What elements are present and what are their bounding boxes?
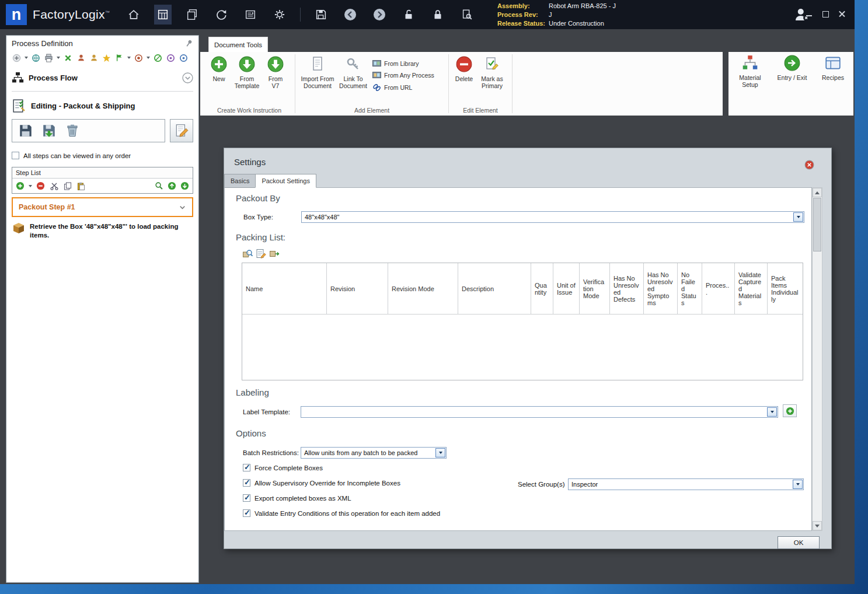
person-tan-icon[interactable] [89,53,99,63]
maximize-button[interactable] [822,11,829,18]
settings-gear-icon[interactable] [271,5,288,25]
step-instruction-item[interactable]: Retrieve the Box '48"x48"x48"' to load p… [12,222,193,240]
scroll-down-button[interactable] [813,521,822,530]
tab-packout-settings[interactable]: Packout Settings [255,174,316,188]
column-header-description[interactable]: Description [458,263,531,315]
column-header-has-no-unresolved-symptoms[interactable]: Has No Unresolved Symptoms [644,263,678,315]
all-steps-any-order-checkbox[interactable] [12,152,19,159]
dropdown-caret-icon[interactable] [127,57,131,59]
recipes-button[interactable]: Recipes [817,53,849,116]
combobox-arrow-icon[interactable] [435,448,445,457]
process-flow-row[interactable]: Process Flow [12,72,193,84]
target-icon[interactable] [134,53,144,63]
close-window-button[interactable] [838,11,845,18]
column-header-revision-mode[interactable]: Revision Mode [388,263,458,315]
status-purple-icon[interactable] [166,53,176,63]
minimize-button[interactable] [806,11,813,18]
flag-icon[interactable] [114,53,124,63]
dialog-scrollbar[interactable] [812,187,822,531]
dropdown-caret-icon[interactable] [147,57,150,59]
dropdown-caret-icon[interactable] [25,57,28,59]
collapse-circle-icon[interactable] [182,72,193,83]
web-icon[interactable] [31,53,41,63]
delete-element-button[interactable]: Delete [452,54,476,83]
documents-stack-icon[interactable] [183,5,201,25]
home-icon[interactable] [125,5,142,25]
sync-icon[interactable] [212,5,230,25]
label-template-combobox[interactable] [301,406,778,418]
edit-list-icon[interactable] [255,248,266,259]
export-material-icon[interactable] [269,248,280,259]
from-template-button[interactable]: From Template [231,54,263,91]
box-type-combobox[interactable]: 48"x48"x48" [301,211,804,223]
combobox-arrow-icon[interactable] [793,480,803,489]
remove-step-icon[interactable] [36,181,46,191]
material-setup-button[interactable]: Material Setup [733,53,767,116]
print-icon[interactable] [44,53,54,63]
document-search-icon[interactable] [458,5,476,25]
tab-document-tools[interactable]: Document Tools [208,37,268,53]
news-icon[interactable] [242,5,259,25]
move-step-down-icon[interactable] [180,181,190,191]
unlock-icon[interactable] [400,5,417,25]
tab-basics[interactable]: Basics [224,174,255,188]
batch-restrictions-combobox[interactable]: Allow units from any batch to be packed [301,447,447,459]
mark-as-primary-button[interactable]: Mark as Primary [476,54,508,91]
column-header-process[interactable]: Proces... [702,263,735,315]
select-groups-combobox[interactable]: Inspector [568,478,804,490]
column-header-name[interactable]: Name [242,263,327,315]
combobox-arrow-icon[interactable] [767,407,777,417]
find-material-icon[interactable] [242,248,253,259]
column-header-revision[interactable]: Revision [327,263,388,315]
find-step-icon[interactable] [154,181,164,191]
step-expand-chevron-icon[interactable] [179,204,186,211]
column-header-pack-items-individually[interactable]: Pack Items Individually [768,263,803,315]
pin-icon[interactable] [184,39,193,48]
packing-list-empty-area[interactable] [242,315,803,380]
cut-icon[interactable] [49,181,59,191]
column-header-unit-of-issue[interactable]: Unit of Issue [553,263,580,315]
add-step-icon[interactable] [15,181,25,191]
scrollbar-thumb[interactable] [813,198,821,251]
export-boxes-as-xml-checkbox[interactable] [243,494,250,502]
forward-icon[interactable] [371,5,388,25]
import-from-document-button[interactable]: Import From Document [299,54,336,91]
delete-x-icon[interactable] [63,53,73,63]
from-url-button[interactable]: From URL [372,83,434,92]
new-work-instruction-button[interactable]: New [207,54,231,83]
entry-exit-button[interactable]: Entry / Exit [775,53,809,116]
add-step-caret-icon[interactable] [29,185,32,187]
selected-step-packout-step-1[interactable]: Packout Step #1 [12,197,193,217]
move-step-up-icon[interactable] [167,181,177,191]
force-complete-boxes-checkbox[interactable] [243,464,250,471]
copy-icon[interactable] [62,181,72,191]
allow-supervisory-override-checkbox[interactable] [243,479,250,487]
dropdown-caret-icon[interactable] [57,57,60,59]
column-header-no-failed-status[interactable]: No Failed Status [678,263,702,315]
person-red-icon[interactable] [76,53,86,63]
save-step-button[interactable] [17,122,34,139]
process-definition-icon[interactable] [154,5,172,25]
from-v7-button[interactable]: From V7 [263,54,288,91]
add-label-template-button[interactable] [783,404,797,417]
edit-work-instruction-button[interactable] [170,119,193,142]
combobox-arrow-icon[interactable] [793,212,803,222]
back-icon[interactable] [341,5,359,25]
column-header-validate-captured-materials[interactable]: Validate Captured Materials [735,263,768,315]
lock-icon[interactable] [429,5,447,25]
validate-entry-conditions-checkbox[interactable] [243,509,250,517]
column-header-verification-mode[interactable]: Verification Mode [580,263,610,315]
paste-icon[interactable] [76,181,86,191]
star-icon[interactable] [102,53,111,63]
from-library-button[interactable]: From Library [372,60,434,67]
save-icon[interactable] [312,5,330,25]
add-circle-icon[interactable] [12,53,22,63]
status-blue-icon[interactable] [179,53,189,63]
import-step-button[interactable] [40,122,58,139]
link-to-document-button[interactable]: Link To Document [336,54,370,91]
scroll-up-button[interactable] [813,188,822,197]
column-header-quantity[interactable]: Quantity [531,263,553,315]
status-green-icon[interactable] [153,53,163,63]
column-header-has-no-unresolved-defects[interactable]: Has No Unresolved Defects [610,263,644,315]
from-any-process-button[interactable]: From Any Process [372,71,434,79]
